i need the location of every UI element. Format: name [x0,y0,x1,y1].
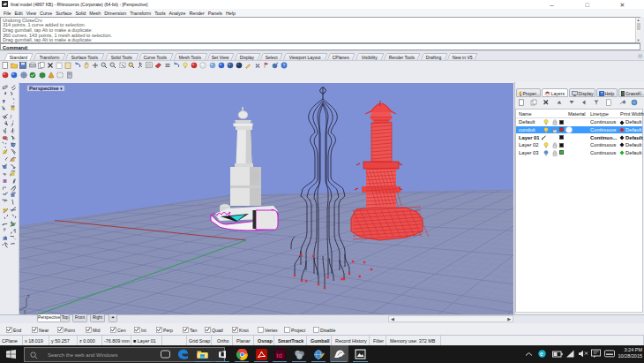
svg-text:e: e [540,351,543,357]
svg-text:?: ? [600,91,603,96]
svg-text:Id: Id [276,352,282,359]
svg-text:?: ? [283,63,286,68]
